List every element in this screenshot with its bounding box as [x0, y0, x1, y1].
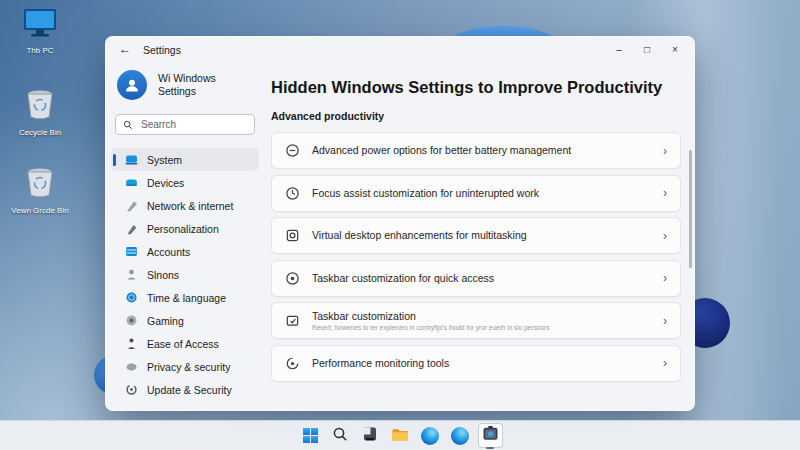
person-icon — [125, 268, 138, 281]
search-input[interactable] — [139, 118, 247, 131]
gaming-icon — [125, 314, 138, 327]
profile[interactable]: Wi Windows Settings — [117, 70, 216, 100]
desktop-icon-this-pc[interactable]: Thb PC — [8, 6, 72, 56]
settings-window: ← Settings – □ × Wi Windows Settings — [105, 36, 695, 411]
avatar — [117, 70, 147, 100]
recycle-bin-icon — [23, 186, 57, 203]
update-icon — [125, 383, 138, 396]
edge-icon — [451, 427, 469, 445]
chevron-right-icon: › — [663, 144, 667, 158]
close-button[interactable]: × — [661, 38, 689, 60]
window-title: Settings — [143, 44, 181, 56]
sidebar-item-system[interactable]: System — [111, 148, 259, 171]
task-view-icon — [362, 426, 378, 446]
sidebar-item-network[interactable]: Network & internet — [111, 194, 259, 217]
clock-icon — [285, 186, 300, 201]
taskbar-file-explorer-button[interactable] — [388, 423, 413, 448]
desktop-icon-label: Cecycle Bin — [8, 128, 72, 138]
chevron-right-icon: › — [663, 314, 667, 328]
taskbar-settings-button[interactable] — [478, 423, 503, 448]
card-subtitle: Revert, forwenes to ter explen/en in con… — [312, 324, 550, 332]
virtual-desktop-icon — [285, 228, 300, 243]
sidebar-item-update-security[interactable]: Update & Security — [111, 378, 259, 401]
eye-icon — [285, 271, 300, 286]
taskbar-edge-button-2[interactable] — [448, 423, 473, 448]
scrollbar[interactable] — [689, 150, 692, 268]
power-icon — [285, 143, 300, 158]
settings-app-icon — [482, 425, 499, 446]
desktop-icon-label: Thb PC — [8, 46, 72, 56]
ease-of-access-icon — [125, 337, 138, 350]
sidebar-item-devices[interactable]: Devices — [111, 171, 259, 194]
this-pc-icon — [20, 26, 60, 43]
taskbar-search-button[interactable] — [328, 423, 353, 448]
profile-name: Wi Windows Settings — [158, 72, 216, 98]
taskbar — [0, 420, 800, 450]
sidebar-item-slnons[interactable]: Slnons — [111, 263, 259, 286]
window-check-icon — [285, 313, 300, 328]
card-focus-assist[interactable]: Focus assist customization for uninterup… — [271, 175, 681, 212]
card-advanced-power-options[interactable]: Advanced power options for better batter… — [271, 132, 681, 169]
personalization-icon — [125, 222, 138, 235]
accounts-icon — [125, 245, 138, 258]
card-taskbar-quick-access[interactable]: Taskbar customization for quick access › — [271, 260, 681, 297]
maximize-button[interactable]: □ — [633, 38, 661, 60]
sidebar-item-time-language[interactable]: Time & language — [111, 286, 259, 309]
desktop: Thb PC Cecycle Bin Vewn Grcde Bin ← Sett… — [0, 0, 800, 450]
chevron-right-icon: › — [663, 271, 667, 285]
page-title: Hidden Windows Settings to Improve Produ… — [271, 78, 681, 97]
sidebar-item-ease-of-access[interactable]: Ease of Access — [111, 332, 259, 355]
devices-icon — [125, 176, 138, 189]
desktop-icon-recycle-bin-2[interactable]: Vewn Grcde Bin — [8, 164, 72, 216]
chevron-right-icon: › — [663, 356, 667, 370]
chevron-right-icon: › — [663, 186, 667, 200]
desktop-icon-recycle-bin[interactable]: Cecycle Bin — [8, 86, 72, 138]
settings-cards: Advanced power options for better batter… — [271, 132, 681, 382]
card-taskbar-customization[interactable]: Taskbar customization Revert, forwenes t… — [271, 302, 681, 339]
sidebar-item-privacy-security[interactable]: Privacy & security — [111, 355, 259, 378]
taskbar-task-view-button[interactable] — [358, 423, 383, 448]
network-icon — [125, 199, 138, 212]
edge-icon — [421, 427, 439, 445]
file-explorer-icon — [391, 426, 409, 446]
section-label: Advanced productivity — [271, 110, 681, 122]
minimize-button[interactable]: – — [605, 38, 633, 60]
card-virtual-desktop[interactable]: Virtual desktop enhancements for multita… — [271, 217, 681, 254]
desktop-icon-label: Vewn Grcde Bin — [8, 206, 72, 216]
taskbar-start-button[interactable] — [298, 423, 323, 448]
nav-list: System Devices Network & internet — [111, 148, 259, 401]
recycle-bin-icon — [23, 108, 57, 125]
card-performance-monitoring[interactable]: Performance monitoring tools › — [271, 345, 681, 382]
search-icon — [332, 426, 348, 446]
sidebar-item-accounts[interactable]: Accounts — [111, 240, 259, 263]
search-box — [115, 114, 255, 135]
titlebar: ← Settings – □ × — [105, 36, 695, 64]
windows-logo-icon — [303, 428, 318, 443]
privacy-icon — [125, 360, 138, 373]
chevron-right-icon: › — [663, 229, 667, 243]
back-button[interactable]: ← — [119, 42, 131, 56]
time-icon — [125, 291, 138, 304]
sidebar-item-personalization[interactable]: Personalization — [111, 217, 259, 240]
system-icon — [125, 153, 138, 166]
performance-icon — [285, 356, 300, 371]
taskbar-edge-button[interactable] — [418, 423, 443, 448]
main-content: Hidden Windows Settings to Improve Produ… — [271, 64, 681, 411]
sidebar: Wi Windows Settings Sy — [105, 64, 265, 411]
sidebar-item-gaming[interactable]: Gaming — [111, 309, 259, 332]
search-icon — [123, 116, 133, 134]
